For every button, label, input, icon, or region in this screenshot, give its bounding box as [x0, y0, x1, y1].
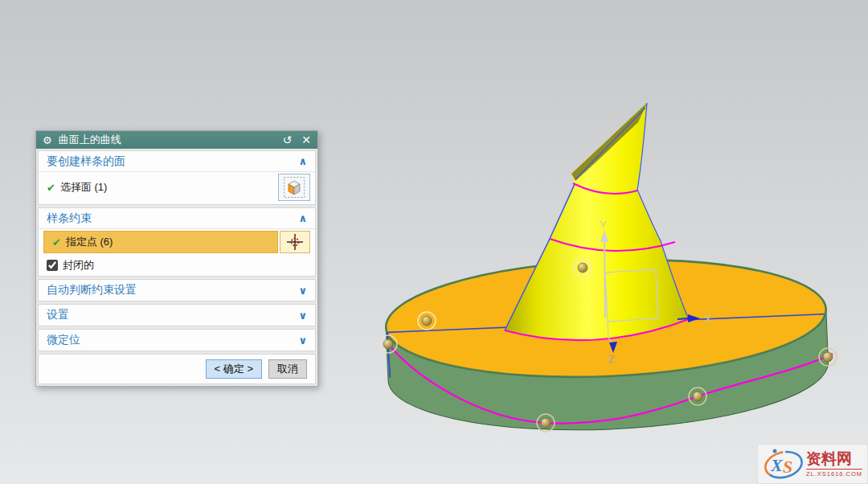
- ok-button[interactable]: < 确定 >: [206, 359, 262, 379]
- section-header-faces[interactable]: 要创建样条的面 ∧: [39, 151, 315, 172]
- svg-text:X: X: [770, 455, 784, 475]
- cancel-button[interactable]: 取消: [268, 359, 307, 379]
- face-cube-icon: [283, 176, 305, 199]
- section-header-micro[interactable]: 微定位 ∨: [39, 330, 315, 351]
- section-header-settings[interactable]: 设置 ∨: [39, 305, 315, 326]
- chevron-down-icon[interactable]: ∨: [298, 334, 307, 347]
- section-label: 样条约束: [47, 211, 92, 226]
- check-icon: ✔: [47, 182, 55, 194]
- z-axis-label: Z: [608, 354, 614, 365]
- closed-checkbox[interactable]: [47, 260, 58, 271]
- group-micro-positioning: 微定位 ∨: [38, 329, 316, 351]
- section-label: 设置: [47, 308, 69, 322]
- curve-on-surface-dialog: ⚙ 曲面上的曲线 ↺ ✕ 要创建样条的面 ∧ ✔ 选择面 (1): [35, 130, 318, 387]
- section-label: 自动判断约束设置: [47, 283, 137, 297]
- select-face-button[interactable]: [278, 174, 310, 201]
- chevron-down-icon[interactable]: ∨: [298, 310, 307, 322]
- x-axis-label: X: [705, 314, 711, 325]
- section-label: 要创建样条的面: [47, 154, 125, 169]
- gear-icon: ⚙: [43, 134, 52, 146]
- section-header-inferred[interactable]: 自动判断约束设置 ∨: [39, 280, 315, 301]
- reset-icon[interactable]: ↺: [283, 134, 293, 146]
- dialog-title: 曲面上的曲线: [59, 133, 273, 147]
- y-axis-label: Y: [600, 219, 607, 231]
- group-settings: 设置 ∨: [38, 304, 316, 326]
- select-face-label: 选择面 (1): [60, 180, 108, 195]
- close-icon[interactable]: ✕: [301, 134, 311, 146]
- site-watermark: X S 资料网 ZL.XS1616.COM: [757, 444, 868, 484]
- watermark-site-name: 资料网: [806, 451, 852, 467]
- check-icon: ✔: [52, 236, 61, 248]
- point-crosshair-icon: [286, 233, 304, 251]
- closed-option-row[interactable]: 封闭的: [39, 255, 315, 276]
- specify-point-row[interactable]: ✔ 指定点 (6): [43, 231, 278, 253]
- group-spline-constraint: 样条约束 ∧ ✔ 指定点 (6) 封闭的: [38, 207, 316, 277]
- xs-logo-icon: X S: [763, 446, 805, 482]
- group-inferred-settings: 自动判断约束设置 ∨: [38, 279, 316, 301]
- dialog-footer: < 确定 > 取消: [38, 354, 316, 384]
- section-header-constraint[interactable]: 样条约束 ∧: [39, 208, 315, 229]
- specify-point-button[interactable]: [280, 231, 310, 253]
- y-axis[interactable]: [604, 240, 605, 318]
- chevron-up-icon[interactable]: ∧: [298, 212, 307, 224]
- section-label: 微定位: [47, 333, 80, 347]
- closed-label: 封闭的: [63, 258, 94, 273]
- specify-point-label: 指定点 (6): [66, 235, 113, 249]
- select-face-row[interactable]: ✔ 选择面 (1): [39, 172, 315, 204]
- watermark-site-url: ZL.XS1616.COM: [806, 469, 862, 478]
- svg-text:S: S: [783, 457, 792, 477]
- cone-body[interactable]: [505, 103, 689, 340]
- x-axis[interactable]: [678, 318, 688, 319]
- chevron-up-icon[interactable]: ∧: [298, 155, 307, 167]
- chevron-down-icon[interactable]: ∨: [298, 285, 307, 297]
- dialog-titlebar[interactable]: ⚙ 曲面上的曲线 ↺ ✕: [36, 131, 317, 149]
- cone-model[interactable]: [505, 103, 689, 340]
- group-faces: 要创建样条的面 ∧ ✔ 选择面 (1): [38, 150, 316, 205]
